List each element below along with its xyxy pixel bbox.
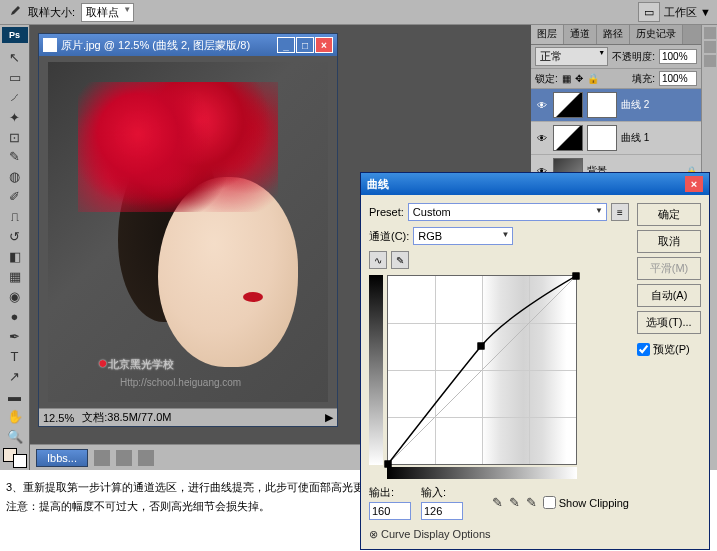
crop-tool[interactable]: ⊡ (3, 127, 27, 147)
lock-pixels-icon[interactable]: ▦ (562, 73, 571, 84)
history-brush-tool[interactable]: ↺ (3, 227, 27, 247)
dialog-titlebar[interactable]: 曲线 × (361, 173, 709, 195)
minimize-button[interactable]: _ (277, 37, 295, 53)
options-button[interactable]: 选项(T)... (637, 311, 701, 334)
curve-point[interactable] (573, 273, 580, 280)
black-point-eyedropper[interactable]: ✎ (492, 495, 503, 510)
strip-icon[interactable] (704, 55, 716, 67)
hand-tool[interactable]: ✋ (3, 406, 27, 426)
curve-grid[interactable] (387, 275, 577, 465)
layer-row[interactable]: 👁 曲线 2 (531, 89, 701, 122)
brush-tool[interactable]: ✐ (3, 187, 27, 207)
tab-channels[interactable]: 通道 (564, 25, 597, 44)
blend-mode-select[interactable]: 正常 (535, 47, 608, 66)
mask-thumb[interactable] (587, 92, 617, 118)
smooth-button[interactable]: 平滑(M) (637, 257, 701, 280)
document-canvas[interactable]: ●北京黑光学校 Http://school.heiguang.com (39, 56, 337, 408)
tab-layers[interactable]: 图层 (531, 25, 564, 44)
eyedropper-icon (6, 4, 22, 20)
fill-input[interactable]: 100% (659, 71, 697, 86)
preview-checkbox[interactable]: 预览(P) (637, 342, 701, 357)
maximize-button[interactable]: □ (296, 37, 314, 53)
preset-menu-icon[interactable]: ≡ (611, 203, 629, 221)
layer-name[interactable]: 曲线 1 (621, 131, 649, 145)
auto-button[interactable]: 自动(A) (637, 284, 701, 307)
move-tool[interactable]: ↖ (3, 47, 27, 67)
taskbar-icon[interactable] (116, 450, 132, 466)
ps-logo: Ps (2, 27, 28, 43)
pen-tool[interactable]: ✒ (3, 326, 27, 346)
curve-line (388, 276, 576, 464)
screen-mode-icon[interactable]: ▭ (638, 2, 660, 22)
channel-label: 通道(C): (369, 229, 409, 244)
document-window: 原片.jpg @ 12.5% (曲线 2, 图层蒙版/8) _ □ × ●北京黑… (38, 33, 338, 427)
cancel-button[interactable]: 取消 (637, 230, 701, 253)
curve-mode-icon[interactable]: ∿ (369, 251, 387, 269)
ok-button[interactable]: 确定 (637, 203, 701, 226)
document-titlebar[interactable]: 原片.jpg @ 12.5% (曲线 2, 图层蒙版/8) _ □ × (39, 34, 337, 56)
channel-select[interactable]: RGB (413, 227, 513, 245)
blur-tool[interactable]: ◉ (3, 287, 27, 307)
pencil-mode-icon[interactable]: ✎ (391, 251, 409, 269)
output-label: 输出: (369, 485, 411, 500)
white-point-eyedropper[interactable]: ✎ (526, 495, 537, 510)
input-gradient (387, 467, 577, 479)
document-title: 原片.jpg @ 12.5% (曲线 2, 图层蒙版/8) (61, 38, 250, 53)
strip-icon[interactable] (704, 27, 716, 39)
dodge-tool[interactable]: ● (3, 307, 27, 327)
doc-icon (43, 38, 57, 52)
curve-point[interactable] (477, 343, 484, 350)
tab-history[interactable]: 历史记录 (630, 25, 683, 44)
options-bar: 取样大小: 取样点 ▭ 工作区 ▼ (0, 0, 717, 25)
input-label: 输入: (421, 485, 463, 500)
eyedropper-tool[interactable]: ✎ (3, 147, 27, 167)
zoom-tool[interactable]: 🔍 (3, 426, 27, 446)
layer-thumb[interactable] (553, 125, 583, 151)
curve-display-options[interactable]: Curve Display Options (369, 528, 629, 541)
output-input[interactable] (369, 502, 411, 520)
gray-point-eyedropper[interactable]: ✎ (509, 495, 520, 510)
color-swatch[interactable] (3, 448, 27, 468)
taskbar-item[interactable]: Ibbs... (36, 449, 88, 467)
watermark-url: Http://school.heiguang.com (120, 377, 241, 388)
taskbar-icon[interactable] (94, 450, 110, 466)
toolbox: Ps ↖ ▭ ⟋ ✦ ⊡ ✎ ◍ ✐ ⎍ ↺ ◧ ▦ ◉ ● ✒ T ↗ ▬ ✋… (0, 25, 30, 470)
lock-position-icon[interactable]: ✥ (575, 73, 583, 84)
gradient-tool[interactable]: ▦ (3, 267, 27, 287)
zoom-level[interactable]: 12.5% (43, 412, 74, 424)
document-image: ●北京黑光学校 Http://school.heiguang.com (48, 62, 328, 402)
preset-label: Preset: (369, 206, 404, 218)
stamp-tool[interactable]: ⎍ (3, 207, 27, 227)
panel-tabs: 图层 通道 路径 历史记录 (531, 25, 701, 45)
opacity-label: 不透明度: (612, 50, 655, 64)
layer-row[interactable]: 👁 曲线 1 (531, 122, 701, 155)
dialog-close-button[interactable]: × (685, 176, 703, 192)
lasso-tool[interactable]: ⟋ (3, 87, 27, 107)
shape-tool[interactable]: ▬ (3, 386, 27, 406)
path-tool[interactable]: ↗ (3, 366, 27, 386)
layer-thumb[interactable] (553, 92, 583, 118)
input-input[interactable] (421, 502, 463, 520)
preset-select[interactable]: Custom (408, 203, 607, 221)
healing-tool[interactable]: ◍ (3, 167, 27, 187)
sample-size-label: 取样大小: (28, 5, 75, 20)
type-tool[interactable]: T (3, 346, 27, 366)
sample-size-select[interactable]: 取样点 (81, 3, 134, 22)
show-clipping-checkbox[interactable]: Show Clipping (543, 496, 629, 509)
tab-paths[interactable]: 路径 (597, 25, 630, 44)
strip-icon[interactable] (704, 41, 716, 53)
mask-thumb[interactable] (587, 125, 617, 151)
close-button[interactable]: × (315, 37, 333, 53)
eraser-tool[interactable]: ◧ (3, 247, 27, 267)
marquee-tool[interactable]: ▭ (3, 67, 27, 87)
taskbar-icon[interactable] (138, 450, 154, 466)
visibility-icon[interactable]: 👁 (535, 131, 549, 145)
curve-point[interactable] (385, 461, 392, 468)
workspace-menu[interactable]: 工作区 ▼ (664, 5, 711, 20)
opacity-input[interactable]: 100% (659, 49, 697, 64)
lock-label: 锁定: (535, 72, 558, 86)
visibility-icon[interactable]: 👁 (535, 98, 549, 112)
wand-tool[interactable]: ✦ (3, 107, 27, 127)
lock-all-icon[interactable]: 🔒 (587, 73, 599, 84)
layer-name[interactable]: 曲线 2 (621, 98, 649, 112)
